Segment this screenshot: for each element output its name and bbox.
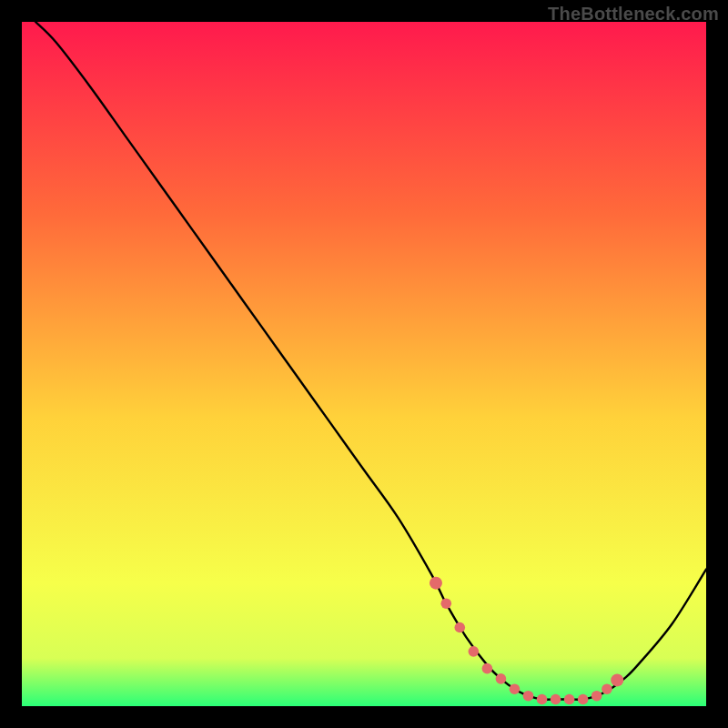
trough-marker-point [482,663,493,674]
trough-marker-point [592,691,602,702]
chart-frame: TheBottleneck.com [0,0,728,728]
trough-marker-point [564,694,575,705]
trough-marker-point [537,694,548,705]
trough-marker-point [510,683,521,694]
trough-marker-point [430,577,442,590]
bottleneck-chart [0,0,728,728]
trough-marker-point [496,673,507,684]
trough-marker-point [454,622,465,633]
plot-background-gradient [22,22,706,706]
trough-marker-point [440,598,451,609]
watermark-text: TheBottleneck.com [548,4,719,25]
trough-marker-point [602,683,612,694]
trough-marker-point [469,646,480,657]
trough-marker-point [523,691,534,702]
trough-marker-point [551,694,561,705]
trough-marker-point [611,673,623,686]
trough-marker-point [578,694,589,705]
